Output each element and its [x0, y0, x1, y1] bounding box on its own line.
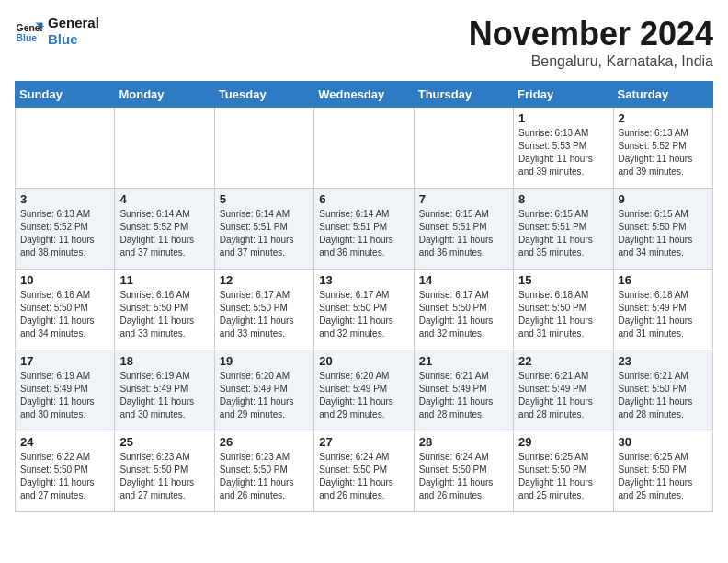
day-info: Sunrise: 6:14 AM Sunset: 5:51 PM Dayligh…	[319, 208, 408, 259]
day-info: Sunrise: 6:25 AM Sunset: 5:50 PM Dayligh…	[518, 451, 608, 502]
day-info: Sunrise: 6:21 AM Sunset: 5:49 PM Dayligh…	[518, 370, 608, 421]
calendar-cell: 19Sunrise: 6:20 AM Sunset: 5:49 PM Dayli…	[214, 350, 313, 431]
day-info: Sunrise: 6:18 AM Sunset: 5:50 PM Dayligh…	[518, 289, 608, 340]
day-info: Sunrise: 6:19 AM Sunset: 5:49 PM Dayligh…	[20, 370, 109, 421]
day-number: 30	[619, 435, 708, 449]
day-info: Sunrise: 6:25 AM Sunset: 5:50 PM Dayligh…	[619, 451, 708, 502]
day-number: 29	[518, 435, 608, 449]
calendar-cell: 5Sunrise: 6:14 AM Sunset: 5:51 PM Daylig…	[214, 189, 313, 270]
day-info: Sunrise: 6:17 AM Sunset: 5:50 PM Dayligh…	[319, 289, 408, 340]
day-info: Sunrise: 6:15 AM Sunset: 5:51 PM Dayligh…	[518, 208, 608, 259]
day-number: 11	[119, 273, 209, 287]
header: General Blue General Blue November 2024 …	[15, 15, 713, 70]
logo: General Blue General Blue	[15, 15, 99, 48]
day-info: Sunrise: 6:16 AM Sunset: 5:50 PM Dayligh…	[119, 289, 209, 340]
calendar-cell	[314, 108, 414, 189]
calendar-cell: 15Sunrise: 6:18 AM Sunset: 5:50 PM Dayli…	[514, 270, 613, 350]
day-number: 23	[619, 354, 708, 368]
calendar-cell: 14Sunrise: 6:17 AM Sunset: 5:50 PM Dayli…	[414, 270, 513, 350]
calendar-cell: 22Sunrise: 6:21 AM Sunset: 5:49 PM Dayli…	[514, 350, 613, 431]
calendar-cell: 9Sunrise: 6:15 AM Sunset: 5:50 PM Daylig…	[613, 189, 712, 270]
weekday-header: Tuesday	[214, 82, 313, 108]
calendar-cell	[414, 108, 513, 189]
day-number: 18	[119, 354, 209, 368]
calendar-cell: 30Sunrise: 6:25 AM Sunset: 5:50 PM Dayli…	[613, 431, 712, 512]
day-number: 4	[119, 192, 209, 206]
weekday-header: Thursday	[414, 82, 513, 108]
calendar-cell: 4Sunrise: 6:14 AM Sunset: 5:52 PM Daylig…	[115, 189, 214, 270]
day-info: Sunrise: 6:20 AM Sunset: 5:49 PM Dayligh…	[319, 370, 408, 421]
day-number: 19	[220, 354, 309, 368]
calendar-cell: 16Sunrise: 6:18 AM Sunset: 5:49 PM Dayli…	[613, 270, 712, 350]
day-number: 7	[419, 192, 508, 206]
weekday-header: Monday	[115, 82, 214, 108]
calendar-cell: 28Sunrise: 6:24 AM Sunset: 5:50 PM Dayli…	[414, 431, 513, 512]
calendar-cell: 24Sunrise: 6:22 AM Sunset: 5:50 PM Dayli…	[16, 431, 115, 512]
day-number: 12	[220, 273, 309, 287]
day-number: 26	[220, 435, 309, 449]
calendar-cell: 6Sunrise: 6:14 AM Sunset: 5:51 PM Daylig…	[314, 189, 414, 270]
calendar-cell: 18Sunrise: 6:19 AM Sunset: 5:49 PM Dayli…	[115, 350, 214, 431]
day-info: Sunrise: 6:19 AM Sunset: 5:49 PM Dayligh…	[119, 370, 209, 421]
calendar-cell: 21Sunrise: 6:21 AM Sunset: 5:49 PM Dayli…	[414, 350, 513, 431]
day-info: Sunrise: 6:20 AM Sunset: 5:49 PM Dayligh…	[220, 370, 309, 421]
day-number: 13	[319, 273, 408, 287]
calendar-cell	[214, 108, 313, 189]
calendar-cell: 12Sunrise: 6:17 AM Sunset: 5:50 PM Dayli…	[214, 270, 313, 350]
day-number: 21	[419, 354, 508, 368]
calendar-cell: 7Sunrise: 6:15 AM Sunset: 5:51 PM Daylig…	[414, 189, 513, 270]
day-info: Sunrise: 6:13 AM Sunset: 5:53 PM Dayligh…	[518, 127, 608, 178]
calendar-cell	[16, 108, 115, 189]
calendar-cell: 8Sunrise: 6:15 AM Sunset: 5:51 PM Daylig…	[514, 189, 613, 270]
calendar-cell: 1Sunrise: 6:13 AM Sunset: 5:53 PM Daylig…	[514, 108, 613, 189]
calendar-cell: 13Sunrise: 6:17 AM Sunset: 5:50 PM Dayli…	[314, 270, 414, 350]
weekday-header: Saturday	[613, 82, 712, 108]
day-number: 16	[619, 273, 708, 287]
day-info: Sunrise: 6:24 AM Sunset: 5:50 PM Dayligh…	[319, 451, 408, 502]
month-title: November 2024	[469, 15, 713, 53]
day-number: 28	[419, 435, 508, 449]
day-info: Sunrise: 6:13 AM Sunset: 5:52 PM Dayligh…	[619, 127, 708, 178]
day-info: Sunrise: 6:17 AM Sunset: 5:50 PM Dayligh…	[220, 289, 309, 340]
day-info: Sunrise: 6:23 AM Sunset: 5:50 PM Dayligh…	[220, 451, 309, 502]
calendar-cell: 27Sunrise: 6:24 AM Sunset: 5:50 PM Dayli…	[314, 431, 414, 512]
calendar-cell: 10Sunrise: 6:16 AM Sunset: 5:50 PM Dayli…	[16, 270, 115, 350]
day-number: 27	[319, 435, 408, 449]
day-number: 2	[619, 111, 708, 125]
calendar-cell: 23Sunrise: 6:21 AM Sunset: 5:50 PM Dayli…	[613, 350, 712, 431]
weekday-header: Wednesday	[314, 82, 414, 108]
weekday-header: Sunday	[16, 82, 115, 108]
day-number: 15	[518, 273, 608, 287]
day-info: Sunrise: 6:14 AM Sunset: 5:52 PM Dayligh…	[119, 208, 209, 259]
day-info: Sunrise: 6:21 AM Sunset: 5:49 PM Dayligh…	[419, 370, 508, 421]
day-number: 3	[20, 192, 109, 206]
day-info: Sunrise: 6:23 AM Sunset: 5:50 PM Dayligh…	[119, 451, 209, 502]
calendar-cell: 3Sunrise: 6:13 AM Sunset: 5:52 PM Daylig…	[16, 189, 115, 270]
day-info: Sunrise: 6:21 AM Sunset: 5:50 PM Dayligh…	[619, 370, 708, 421]
day-info: Sunrise: 6:16 AM Sunset: 5:50 PM Dayligh…	[20, 289, 109, 340]
logo-line2: Blue	[48, 31, 99, 48]
day-number: 5	[220, 192, 309, 206]
calendar-cell	[115, 108, 214, 189]
day-number: 20	[319, 354, 408, 368]
day-info: Sunrise: 6:15 AM Sunset: 5:51 PM Dayligh…	[419, 208, 508, 259]
day-info: Sunrise: 6:18 AM Sunset: 5:49 PM Dayligh…	[619, 289, 708, 340]
title-area: November 2024 Bengaluru, Karnataka, Indi…	[469, 15, 713, 70]
calendar-cell: 29Sunrise: 6:25 AM Sunset: 5:50 PM Dayli…	[514, 431, 613, 512]
calendar-cell: 17Sunrise: 6:19 AM Sunset: 5:49 PM Dayli…	[16, 350, 115, 431]
logo-line1: General	[48, 15, 99, 31]
calendar-cell: 25Sunrise: 6:23 AM Sunset: 5:50 PM Dayli…	[115, 431, 214, 512]
day-number: 22	[518, 354, 608, 368]
day-number: 8	[518, 192, 608, 206]
day-info: Sunrise: 6:24 AM Sunset: 5:50 PM Dayligh…	[419, 451, 508, 502]
calendar-cell: 20Sunrise: 6:20 AM Sunset: 5:49 PM Dayli…	[314, 350, 414, 431]
day-info: Sunrise: 6:22 AM Sunset: 5:50 PM Dayligh…	[20, 451, 109, 502]
calendar-cell: 26Sunrise: 6:23 AM Sunset: 5:50 PM Dayli…	[214, 431, 313, 512]
day-number: 10	[20, 273, 109, 287]
day-info: Sunrise: 6:14 AM Sunset: 5:51 PM Dayligh…	[220, 208, 309, 259]
day-number: 25	[119, 435, 209, 449]
weekday-header: Friday	[514, 82, 613, 108]
day-number: 14	[419, 273, 508, 287]
day-info: Sunrise: 6:15 AM Sunset: 5:50 PM Dayligh…	[619, 208, 708, 259]
day-info: Sunrise: 6:13 AM Sunset: 5:52 PM Dayligh…	[20, 208, 109, 259]
